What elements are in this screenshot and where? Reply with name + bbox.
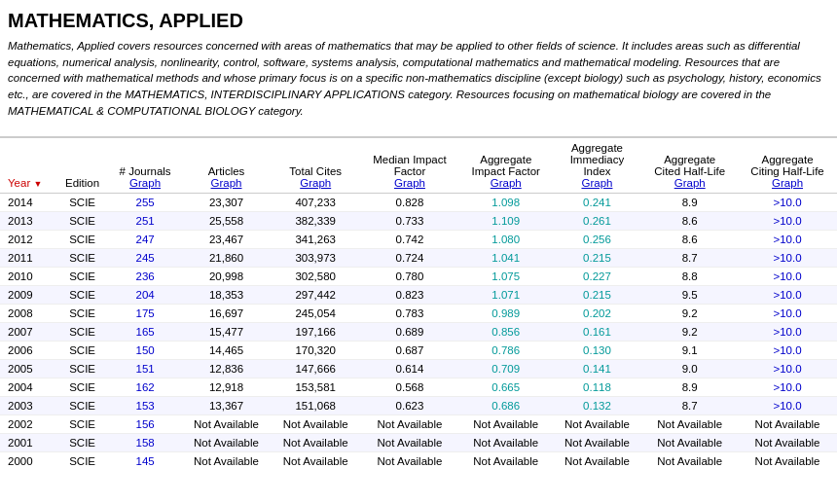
cell-journals[interactable]: 145	[109, 452, 182, 468]
cell-journals[interactable]: 158	[109, 434, 182, 452]
cell-articles: 21,860	[182, 249, 272, 268]
cell-journals[interactable]: 247	[109, 231, 182, 249]
cell-citing-hl[interactable]: >10.0	[738, 231, 837, 249]
cell-articles: 16,697	[182, 305, 272, 323]
cell-citing-hl[interactable]: >10.0	[738, 249, 837, 268]
cited-hl-graph-link[interactable]: Graph	[674, 177, 706, 189]
cell-citing-hl[interactable]: >10.0	[738, 323, 837, 342]
citing-hl-link[interactable]: >10.0	[773, 344, 801, 356]
citing-hl-link[interactable]: >10.0	[773, 381, 801, 393]
cell-journals[interactable]: 255	[109, 194, 182, 212]
cell-journals[interactable]: 175	[109, 305, 182, 323]
cell-edition: SCIE	[56, 212, 109, 231]
journals-value-link[interactable]: 153	[135, 400, 154, 412]
journals-value-link[interactable]: 165	[135, 326, 154, 338]
description: Mathematics, Applied covers resources co…	[8, 38, 829, 119]
cell-citing-hl[interactable]: >10.0	[738, 268, 837, 286]
cell-year: 2013	[0, 212, 56, 231]
citing-hl-link[interactable]: >10.0	[773, 289, 801, 301]
cell-citing-hl[interactable]: >10.0	[738, 305, 837, 323]
cell-citing-hl[interactable]: >10.0	[738, 194, 837, 212]
journals-value-link[interactable]: 162	[135, 381, 154, 393]
citing-hl-link[interactable]: >10.0	[773, 400, 801, 412]
col-cited-hl: AggregateCited Half-LifeGraph	[641, 138, 738, 194]
cell-journals[interactable]: 236	[109, 268, 182, 286]
journals-value-link[interactable]: 204	[135, 289, 154, 301]
journals-value-link[interactable]: 158	[135, 437, 154, 449]
cell-citing-hl[interactable]: >10.0	[738, 397, 837, 415]
articles-graph-link[interactable]: Graph	[211, 177, 242, 189]
cell-aggregate-imm: 0.132	[553, 397, 642, 415]
cell-journals[interactable]: 165	[109, 323, 182, 342]
cell-articles: 20,998	[182, 268, 272, 286]
table-row: 2011SCIE24521,860303,9730.7241.0410.2158…	[0, 249, 837, 268]
median-if-graph-link[interactable]: Graph	[394, 177, 425, 189]
cell-citing-hl[interactable]: >10.0	[738, 378, 837, 397]
table-row: 2010SCIE23620,998302,5800.7801.0750.2278…	[0, 268, 837, 286]
cell-journals[interactable]: 245	[109, 249, 182, 268]
citing-hl-link[interactable]: >10.0	[773, 234, 801, 245]
cell-median-if: 0.687	[360, 342, 459, 360]
journals-value-link[interactable]: 156	[135, 418, 154, 430]
cell-aggregate-if: 1.109	[459, 212, 553, 231]
cell-journals[interactable]: 150	[109, 342, 182, 360]
journals-value-link[interactable]: 245	[135, 252, 154, 264]
cell-articles: Not Available	[182, 434, 272, 452]
col-year[interactable]: Year ▼	[0, 138, 56, 194]
cell-journals[interactable]: 151	[109, 360, 182, 378]
cell-edition: SCIE	[56, 397, 109, 415]
journals-value-link[interactable]: 175	[135, 307, 154, 319]
cell-journals[interactable]: 153	[109, 397, 182, 415]
cell-edition: SCIE	[56, 268, 109, 286]
cell-journals[interactable]: 162	[109, 378, 182, 397]
cell-median-if: Not Available	[360, 452, 459, 468]
cell-total-cites: 151,068	[271, 397, 360, 415]
aggregate-if-graph-link[interactable]: Graph	[491, 177, 522, 189]
col-total-cites: Total CitesGraph	[271, 138, 360, 194]
citing-hl-link[interactable]: >10.0	[773, 197, 801, 208]
citing-hl-graph-link[interactable]: Graph	[772, 177, 803, 189]
cell-median-if: 0.783	[360, 305, 459, 323]
journals-value-link[interactable]: 255	[135, 197, 154, 208]
cell-edition: SCIE	[56, 434, 109, 452]
journals-value-link[interactable]: 145	[135, 455, 154, 467]
cell-citing-hl[interactable]: >10.0	[738, 360, 837, 378]
cell-cited-hl: 9.2	[641, 323, 738, 342]
citing-hl-link[interactable]: >10.0	[773, 252, 801, 264]
cell-total-cites: Not Available	[271, 452, 360, 468]
cell-aggregate-if: 1.041	[459, 249, 553, 268]
cell-aggregate-imm: 0.202	[553, 305, 642, 323]
cell-total-cites: 341,263	[271, 231, 360, 249]
citing-hl-link[interactable]: >10.0	[773, 270, 801, 282]
cell-aggregate-if: Not Available	[459, 434, 553, 452]
journals-value-link[interactable]: 151	[135, 363, 154, 375]
cell-total-cites: 407,233	[271, 194, 360, 212]
cell-citing-hl[interactable]: >10.0	[738, 286, 837, 305]
cell-aggregate-if: 0.709	[459, 360, 553, 378]
journals-value-link[interactable]: 251	[135, 215, 154, 227]
cell-journals[interactable]: 156	[109, 415, 182, 434]
citing-hl-link[interactable]: >10.0	[773, 215, 801, 227]
aggregate-imm-graph-link[interactable]: Graph	[581, 177, 612, 189]
journals-graph-link[interactable]: Graph	[129, 177, 161, 189]
total-cites-graph-link[interactable]: Graph	[300, 177, 331, 189]
cell-aggregate-if: 1.071	[459, 286, 553, 305]
cell-journals[interactable]: 251	[109, 212, 182, 231]
citing-hl-link[interactable]: >10.0	[773, 326, 801, 338]
cell-articles: Not Available	[182, 415, 272, 434]
cell-edition: SCIE	[56, 194, 109, 212]
citing-hl-link[interactable]: >10.0	[773, 307, 801, 319]
cell-citing-hl[interactable]: >10.0	[738, 342, 837, 360]
cell-edition: SCIE	[56, 342, 109, 360]
journals-value-link[interactable]: 247	[135, 234, 154, 245]
cell-aggregate-if: 1.080	[459, 231, 553, 249]
cell-aggregate-imm: Not Available	[553, 434, 642, 452]
journals-value-link[interactable]: 150	[135, 344, 154, 356]
page-title: MATHEMATICS, APPLIED	[8, 10, 829, 32]
cell-citing-hl[interactable]: >10.0	[738, 212, 837, 231]
data-table-container: Year ▼ Edition # JournalsGraph ArticlesG…	[0, 136, 837, 467]
journals-value-link[interactable]: 236	[135, 270, 154, 282]
citing-hl-link[interactable]: >10.0	[773, 363, 801, 375]
cell-articles: 13,367	[182, 397, 272, 415]
cell-journals[interactable]: 204	[109, 286, 182, 305]
